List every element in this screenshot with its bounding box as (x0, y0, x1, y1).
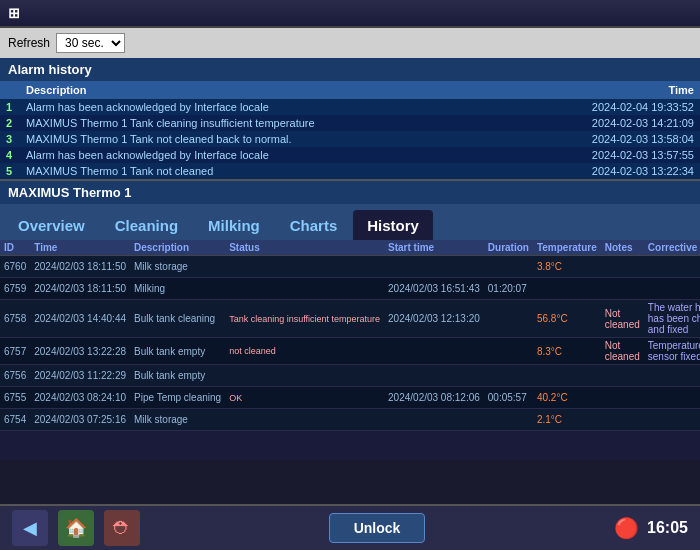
alarm-col-description: Description (20, 81, 513, 99)
history-status: OK (225, 387, 384, 409)
history-col-start-time: Start time (384, 240, 484, 256)
history-duration (484, 409, 533, 431)
history-time: 2024/02/03 18:11:50 (30, 278, 130, 300)
alarm-row-time: 2024-02-04 19:33:52 (513, 99, 700, 115)
back-button[interactable]: ◀ (12, 510, 48, 546)
history-col-time: Time (30, 240, 130, 256)
history-duration (484, 300, 533, 338)
alarm-row-num: 3 (0, 131, 20, 147)
history-col-duration: Duration (484, 240, 533, 256)
history-description: Bulk tank empty (130, 338, 225, 365)
history-col-id: ID (0, 240, 30, 256)
alarm-row-description: MAXIMUS Thermo 1 Tank not cleaned (20, 163, 513, 179)
refresh-bar: Refresh 30 sec. 10 sec. 1 min. 5 min. (0, 28, 700, 58)
alarm-row-description: Alarm has been acknowledged by Interface… (20, 99, 513, 115)
alarm-table-row: 1 Alarm has been acknowledged by Interfa… (0, 99, 700, 115)
history-start-time (384, 338, 484, 365)
history-temperature: 56.8°C (533, 300, 601, 338)
history-corrective (644, 278, 700, 300)
history-notes (601, 409, 644, 431)
alarm-row-time: 2024-02-03 14:21:09 (513, 115, 700, 131)
history-description: Milk storage (130, 409, 225, 431)
history-col-corrective-action: Corrective action (644, 240, 700, 256)
history-notes (601, 278, 644, 300)
alarm-row-num: 1 (0, 99, 20, 115)
history-description: Milking (130, 278, 225, 300)
history-temperature: 8.3°C (533, 338, 601, 365)
history-start-time: 2024/02/03 08:12:06 (384, 387, 484, 409)
history-status (225, 365, 384, 387)
history-table-row: 6754 2024/02/03 07:25:16 Milk storage 2.… (0, 409, 700, 431)
alarm-table-row: 5 MAXIMUS Thermo 1 Tank not cleaned 2024… (0, 163, 700, 179)
tab-cleaning[interactable]: Cleaning (101, 210, 192, 240)
tab-overview[interactable]: Overview (4, 210, 99, 240)
device-header: MAXIMUS Thermo 1 (0, 179, 700, 204)
history-notes: Not cleaned (601, 300, 644, 338)
history-description: Bulk tank empty (130, 365, 225, 387)
alarm-table-row: 4 Alarm has been acknowledged by Interfa… (0, 147, 700, 163)
history-status: Tank cleaning insufficient temperature (225, 300, 384, 338)
history-time: 2024/02/03 07:25:16 (30, 409, 130, 431)
history-col-description: Description (130, 240, 225, 256)
tab-milking[interactable]: Milking (194, 210, 274, 240)
history-status (225, 409, 384, 431)
history-time: 2024/02/03 18:11:50 (30, 256, 130, 278)
history-id: 6758 (0, 300, 30, 338)
history-notes (601, 387, 644, 409)
history-start-time (384, 256, 484, 278)
alarm-row-num: 5 (0, 163, 20, 179)
history-status (225, 256, 384, 278)
history-table-row: 6755 2024/02/03 08:24:10 Pipe Temp clean… (0, 387, 700, 409)
history-duration: 00:05:57 (484, 387, 533, 409)
history-id: 6756 (0, 365, 30, 387)
history-duration (484, 365, 533, 387)
history-table-row: 6760 2024/02/03 18:11:50 Milk storage 3.… (0, 256, 700, 278)
alarm-row-time: 2024-02-03 13:58:04 (513, 131, 700, 147)
history-time: 2024/02/03 14:40:44 (30, 300, 130, 338)
history-duration (484, 256, 533, 278)
history-corrective (644, 365, 700, 387)
alarm-row-time: 2024-02-03 13:57:55 (513, 147, 700, 163)
alarm-row-time: 2024-02-03 13:22:34 (513, 163, 700, 179)
history-corrective (644, 409, 700, 431)
history-area[interactable]: IDTimeDescriptionStatusStart timeDuratio… (0, 240, 700, 460)
history-notes: Not cleaned (601, 338, 644, 365)
history-duration: 01:20:07 (484, 278, 533, 300)
alarm-row-description: Alarm has been acknowledged by Interface… (20, 147, 513, 163)
top-bar: ⊞ (0, 0, 700, 28)
history-col-temperature: Temperature (533, 240, 601, 256)
help-button[interactable]: ⛑ (104, 510, 140, 546)
history-id: 6754 (0, 409, 30, 431)
refresh-label: Refresh (8, 36, 50, 50)
history-notes (601, 365, 644, 387)
bottom-left-buttons: ◀ 🏠 ⛑ (12, 510, 140, 546)
history-duration (484, 338, 533, 365)
history-temperature: 3.8°C (533, 256, 601, 278)
bottom-center: Unlock (329, 513, 426, 543)
refresh-select[interactable]: 30 sec. 10 sec. 1 min. 5 min. (56, 33, 125, 53)
alarm-table: Description Time 1 Alarm has been acknow… (0, 81, 700, 179)
tab-history[interactable]: History (353, 210, 433, 240)
history-start-time (384, 409, 484, 431)
tab-charts[interactable]: Charts (276, 210, 352, 240)
history-corrective: The water heater has been checked and fi… (644, 300, 700, 338)
history-start-time (384, 365, 484, 387)
history-description: Bulk tank cleaning (130, 300, 225, 338)
history-time: 2024/02/03 08:24:10 (30, 387, 130, 409)
alarm-table-row: 2 MAXIMUS Thermo 1 Tank cleaning insuffi… (0, 115, 700, 131)
history-table-row: 6759 2024/02/03 18:11:50 Milking 2024/02… (0, 278, 700, 300)
history-table: IDTimeDescriptionStatusStart timeDuratio… (0, 240, 700, 431)
alarm-row-num: 4 (0, 147, 20, 163)
history-time: 2024/02/03 11:22:29 (30, 365, 130, 387)
alarm-icon: 🔴 (614, 516, 639, 540)
history-col-status: Status (225, 240, 384, 256)
unlock-button[interactable]: Unlock (329, 513, 426, 543)
alarm-col-time: Time (513, 81, 700, 99)
history-time: 2024/02/03 13:22:28 (30, 338, 130, 365)
history-status (225, 278, 384, 300)
history-table-row: 6758 2024/02/03 14:40:44 Bulk tank clean… (0, 300, 700, 338)
home-button[interactable]: 🏠 (58, 510, 94, 546)
history-col-notes: Notes (601, 240, 644, 256)
history-table-row: 6756 2024/02/03 11:22:29 Bulk tank empty… (0, 365, 700, 387)
alarm-table-row: 3 MAXIMUS Thermo 1 Tank not cleaned back… (0, 131, 700, 147)
